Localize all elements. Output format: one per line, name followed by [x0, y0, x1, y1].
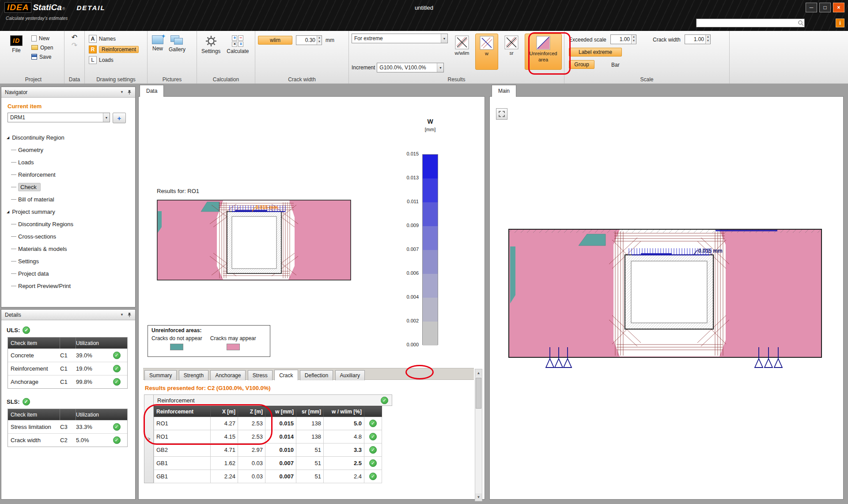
add-item-button[interactable]: +: [113, 113, 126, 123]
scroll-up-icon[interactable]: ▲: [475, 369, 482, 377]
pin-icon[interactable]: [127, 90, 132, 95]
save-button[interactable]: Save: [30, 52, 54, 61]
result-drawing-canvas[interactable]: 0.015 mm: [157, 200, 352, 280]
open-button[interactable]: Open: [30, 43, 54, 52]
tree-node-reinforcement[interactable]: Reinforcement: [1, 168, 135, 181]
tab-anchorage[interactable]: Anchorage: [210, 370, 246, 380]
tab-stress[interactable]: Stress: [248, 370, 273, 380]
group-label-pictures: Pictures: [148, 76, 197, 83]
loads-toggle[interactable]: L Loads: [87, 55, 144, 65]
calculate-icon: +− ×+: [232, 35, 243, 47]
main-view-panel: 0.015 mm: [489, 96, 844, 500]
tree-node-discontinuity-regions[interactable]: Discontinuity Regions: [1, 218, 135, 230]
undo-button[interactable]: ↶: [67, 34, 82, 42]
names-toggle[interactable]: A Names: [87, 34, 144, 44]
table-row[interactable]: Stress limitation C3 33.3% ✓: [8, 420, 127, 433]
idea-file-icon: ID: [10, 35, 23, 46]
tab-deflection[interactable]: Deflection: [300, 370, 333, 380]
tab-data[interactable]: Data: [140, 85, 164, 97]
search-input[interactable]: [697, 19, 797, 27]
collapse-icon[interactable]: ▼: [120, 90, 124, 94]
file-button[interactable]: ID File: [5, 34, 27, 61]
redo-button[interactable]: ↷: [67, 42, 82, 49]
row-selector-gutter[interactable]: >: [144, 394, 154, 483]
for-extreme-dropdown[interactable]: For extreme ▼: [352, 34, 448, 43]
table-row[interactable]: Reinforcement C1 19.0% ✓: [8, 362, 127, 375]
bar-label[interactable]: Bar: [611, 62, 620, 68]
tree-node-materials-models[interactable]: Materials & models: [1, 243, 135, 255]
uls-table: Check item Utilization Concrete C1 39.0%…: [8, 337, 128, 389]
table-row[interactable]: GB11.62 0.030.007 512.5 ✓: [154, 457, 382, 470]
tab-main[interactable]: Main: [492, 85, 516, 97]
unreinforced-area-button[interactable]: Unreinforced area: [525, 34, 562, 70]
table-row[interactable]: GB12.24 0.030.007 512.4 ✓: [154, 470, 382, 483]
wlim-button[interactable]: wlim: [258, 36, 292, 45]
gallery-button[interactable]: Gallery: [167, 34, 187, 53]
w-button[interactable]: w: [475, 34, 498, 70]
unreinforced-area-icon: [536, 36, 550, 50]
spin-up-icon[interactable]: ▲: [706, 35, 710, 39]
spin-up-icon[interactable]: ▲: [632, 35, 636, 39]
calculate-button[interactable]: +− ×+ Calculate: [225, 34, 250, 55]
tab-summary[interactable]: Summary: [144, 370, 177, 380]
table-row[interactable]: GB24.71 2.970.010 513.3 ✓: [154, 443, 382, 457]
tree-node-loads[interactable]: Loads: [1, 156, 135, 168]
current-item-combo[interactable]: DRM1 ▼: [8, 113, 110, 122]
tab-auxiliary[interactable]: Auxiliary: [335, 370, 365, 380]
scroll-down-icon[interactable]: ▼: [475, 493, 482, 501]
vertical-scrollbar[interactable]: ▲ ▼: [475, 369, 482, 501]
tree-node-settings[interactable]: Settings: [1, 255, 135, 267]
exceeded-scale-spinbox[interactable]: 1.00 ▲ ▼: [610, 34, 636, 44]
tab-crack[interactable]: Crack: [274, 370, 298, 380]
info-button[interactable]: i: [836, 19, 844, 27]
group-label-scale: Scale: [564, 76, 729, 83]
minimize-button[interactable]: ─: [806, 3, 817, 12]
tree-node-project-summary[interactable]: ◢Project summary: [1, 205, 135, 218]
table-row[interactable]: RO14.27 2.530.015 1385.0 ✓: [154, 417, 382, 430]
search-box[interactable]: [696, 19, 805, 27]
expand-view-button[interactable]: [496, 108, 507, 120]
picture-new-button[interactable]: + New: [150, 34, 165, 53]
spin-up-icon[interactable]: ▲: [317, 36, 322, 40]
label-extreme-button[interactable]: Label extreme: [569, 48, 622, 57]
table-group-header[interactable]: Reinforcement ✓: [154, 394, 392, 406]
navigator-header: Navigator ▼: [1, 87, 135, 98]
tree-node-geometry[interactable]: Geometry: [1, 144, 135, 156]
crack-width-spinbox[interactable]: 1.00 ▲ ▼: [685, 34, 711, 44]
tab-strength[interactable]: Strength: [179, 370, 208, 380]
increment-dropdown[interactable]: G100.0%, V100.0% ▼: [377, 63, 444, 72]
wlim-spinbox[interactable]: 0.30 ▲ ▼: [296, 35, 322, 45]
group-button[interactable]: Group: [569, 60, 594, 69]
tree-node-bill-of-material[interactable]: Bill of material: [1, 193, 135, 205]
maximize-button[interactable]: □: [819, 3, 831, 12]
close-button[interactable]: ×: [833, 3, 844, 12]
spin-down-icon[interactable]: ▼: [317, 40, 322, 44]
new-button[interactable]: New: [30, 34, 54, 43]
picture-new-icon: +: [152, 35, 163, 44]
table-row[interactable]: RO14.15 2.530.014 1384.8 ✓: [154, 430, 382, 443]
w-wlim-button[interactable]: w/wlim: [450, 34, 473, 70]
tree-node-project-data[interactable]: Project data: [1, 267, 135, 280]
tree-node-report-preview-print[interactable]: Report Preview/Print: [1, 280, 135, 292]
main-drawing-canvas[interactable]: 0.015 mm: [508, 229, 822, 375]
spin-down-icon[interactable]: ▼: [632, 39, 636, 43]
tree-node-cross-sections[interactable]: Cross-sections: [1, 230, 135, 243]
tree-node-discontinuity-region[interactable]: ◢Discontinuity Region: [1, 131, 135, 144]
tree-node-check[interactable]: Check: [1, 181, 135, 193]
scrollbar-thumb[interactable]: [476, 378, 481, 409]
settings-button[interactable]: Settings: [200, 34, 222, 55]
table-row[interactable]: Crack width C2 5.0% ✓: [8, 433, 127, 447]
check-icon: ✓: [369, 473, 377, 480]
table-row[interactable]: Anchorage C1 99.8% ✓: [8, 375, 127, 388]
w-icon: [480, 36, 494, 50]
reinforcement-toggle[interactable]: R Reinforcement: [87, 44, 144, 55]
pin-icon[interactable]: [127, 312, 132, 318]
collapse-icon[interactable]: ▼: [120, 313, 124, 317]
title-bar: IDEA StatiCa ® DETAIL Calculate yesterda…: [0, 0, 848, 31]
open-folder-icon: [31, 45, 38, 50]
details-header: Details ▼: [1, 310, 135, 320]
table-row[interactable]: Concrete C1 39.0% ✓: [8, 349, 127, 362]
sr-button[interactable]: sr: [500, 34, 523, 70]
spin-down-icon[interactable]: ▼: [706, 39, 710, 43]
sls-section: SLS: ✓: [7, 398, 30, 405]
